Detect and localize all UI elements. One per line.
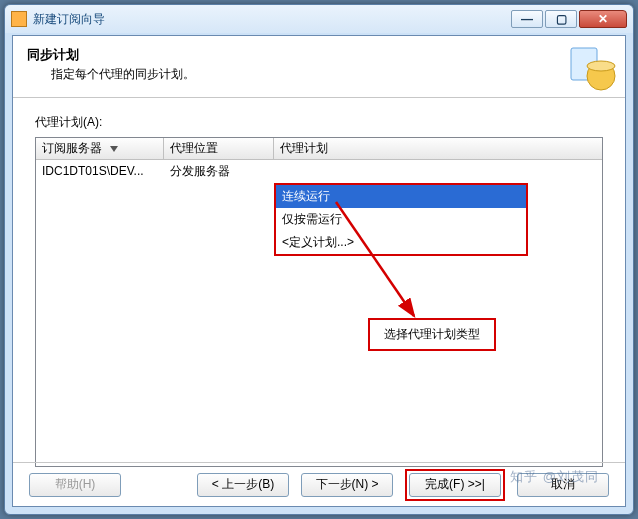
grid-header: 订阅服务器 代理位置 代理计划	[36, 138, 602, 160]
wizard-body: 代理计划(A): 订阅服务器 代理位置 代理计划 IDC1DT01S\DEV.	[13, 98, 625, 462]
finish-button[interactable]: 完成(F) >>|	[409, 473, 501, 497]
col-agent-schedule[interactable]: 代理计划	[274, 138, 602, 159]
schedule-dropdown: 连续运行 仅按需运行 <定义计划...>	[274, 183, 528, 256]
page-subtitle: 指定每个代理的同步计划。	[51, 66, 195, 83]
cell-agent-location: 分发服务器	[164, 163, 274, 180]
grid-label: 代理计划(A):	[35, 114, 603, 131]
app-icon	[11, 11, 27, 27]
next-button[interactable]: 下一步(N) >	[301, 473, 393, 497]
help-button[interactable]: 帮助(H)	[29, 473, 121, 497]
maximize-button[interactable]: ▢	[545, 10, 577, 28]
annotation-callout: 选择代理计划类型	[368, 318, 496, 351]
wizard-button-row: 帮助(H) < 上一步(B) 下一步(N) > 完成(F) >>| 取消	[13, 462, 625, 506]
col-agent-location[interactable]: 代理位置	[164, 138, 274, 159]
title-bar: 新建订阅向导 — ▢ ✕	[5, 5, 633, 33]
back-button[interactable]: < 上一步(B)	[197, 473, 289, 497]
close-button[interactable]: ✕	[579, 10, 627, 28]
cell-subscriber: IDC1DT01S\DEV...	[36, 164, 164, 178]
col-subscriber[interactable]: 订阅服务器	[36, 138, 164, 159]
agent-schedule-grid: 订阅服务器 代理位置 代理计划 IDC1DT01S\DEV... 分发服务器	[35, 137, 603, 467]
wizard-window: 新建订阅向导 — ▢ ✕ 同步计划 指定每个代理的同步计划。 代理计划(A):	[4, 4, 634, 515]
schedule-option-continuous[interactable]: 连续运行	[276, 185, 526, 208]
wizard-header: 同步计划 指定每个代理的同步计划。	[13, 36, 625, 98]
minimize-button[interactable]: —	[511, 10, 543, 28]
schedule-option-define[interactable]: <定义计划...>	[276, 231, 526, 254]
finish-highlight: 完成(F) >>|	[405, 469, 505, 501]
table-row: IDC1DT01S\DEV... 分发服务器 连续运行	[36, 160, 602, 182]
wizard-hero-icon	[567, 42, 617, 92]
wizard-client: 同步计划 指定每个代理的同步计划。 代理计划(A): 订阅服务器	[12, 35, 626, 507]
cancel-button[interactable]: 取消	[517, 473, 609, 497]
svg-point-2	[587, 61, 615, 71]
schedule-option-on-demand[interactable]: 仅按需运行	[276, 208, 526, 231]
window-title: 新建订阅向导	[33, 11, 105, 28]
page-title: 同步计划	[27, 46, 195, 64]
sort-indicator-icon	[110, 146, 118, 152]
